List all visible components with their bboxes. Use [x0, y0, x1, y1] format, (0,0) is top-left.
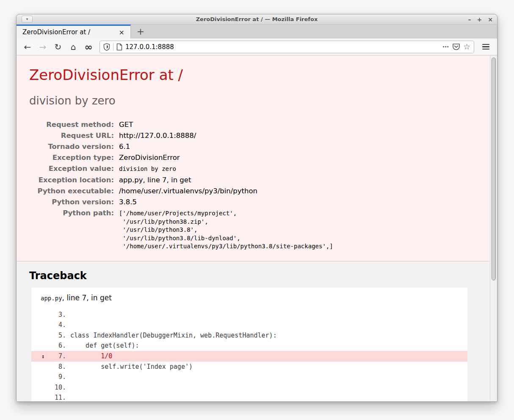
summary-row-python-executable: Python executable: /home/user/.virtualen… [29, 186, 477, 197]
desktop-background: ▾ ZeroDivisionError at / — Mozilla Firef… [0, 0, 514, 420]
page-info-icon[interactable] [116, 43, 122, 51]
bookmark-star-icon[interactable]: ☆ [463, 43, 470, 51]
source-code-context: 3. 4. 5. class IndexHand [31, 310, 467, 402]
code-line: 10. [31, 382, 467, 393]
line-number: 8. [42, 362, 66, 372]
traceback-heading: Traceback [29, 270, 477, 282]
line-number: 7. [42, 351, 66, 361]
row-label: Tornado version: [29, 143, 114, 151]
maximize-button[interactable]: + [477, 14, 482, 25]
code-line: 4. [31, 320, 467, 330]
browser-viewport: ZeroDivisionError at / division by zero … [17, 55, 497, 402]
line-code: class IndexHandler(DebuggerMixin, web.Re… [70, 330, 277, 340]
tab-zerodivisionerror[interactable]: ZeroDivisionError at / × [17, 25, 131, 38]
menu-hamburger-icon[interactable] [478, 41, 493, 53]
page-actions-icon[interactable]: ⋯ [442, 43, 449, 51]
traceback-frame: app.py, line 7, in get 3. 4. [31, 288, 467, 402]
new-tab-button[interactable]: + [131, 25, 150, 38]
row-label: Request URL: [29, 132, 114, 140]
line-number: 6. [42, 340, 66, 351]
summary-row-python-version: Python version: 3.8.5 [29, 197, 477, 208]
error-title: ZeroDivisionError at / [29, 66, 477, 83]
error-subtitle: division by zero [29, 94, 477, 107]
window-controls: – + × [468, 14, 493, 25]
url-bar[interactable]: 127.0.0.1:8888 ⋯ ☆ [99, 41, 474, 53]
window-titlebar[interactable]: ▾ ZeroDivisionError at / — Mozilla Firef… [17, 14, 497, 25]
row-value: GET [119, 121, 133, 129]
frame-file: app.py [41, 295, 62, 302]
pocket-icon[interactable] [452, 43, 460, 51]
summary-row-request-method: Request method: GET [29, 119, 477, 130]
row-value: 6.1 [119, 143, 130, 151]
line-number: 9. [42, 372, 66, 382]
scrollbar-thumb[interactable] [492, 58, 496, 280]
mask-extension-icon[interactable]: ∞ [82, 41, 95, 53]
firefox-window: ▾ ZeroDivisionError at / — Mozilla Firef… [16, 14, 497, 402]
row-value: app.py, line 7, in get [119, 176, 191, 184]
tab-title: ZeroDivisionError at / [22, 28, 117, 36]
code-line: 6. def get(self): [31, 340, 467, 351]
row-label: Python version: [29, 198, 114, 206]
code-line-highlighted[interactable]: ↕ 7. 1/0 [31, 351, 467, 362]
summary-row-python-path: Python path: ['/home/user/Projects/mypro… [29, 208, 477, 253]
line-number: 3. [42, 310, 66, 320]
vertical-scrollbar[interactable] [490, 55, 497, 402]
row-value: http://127.0.0.1:8888/ [119, 132, 196, 140]
error-page: ZeroDivisionError at / division by zero … [17, 55, 490, 402]
tab-close-icon[interactable]: × [117, 28, 126, 36]
shield-icon[interactable] [103, 43, 110, 51]
traceback-section: Traceback app.py, line 7, in get 3. [17, 261, 490, 402]
summary-row-tornado-version: Tornado version: 6.1 [29, 141, 477, 152]
line-number: 10. [42, 382, 66, 393]
code-line: 9. [31, 372, 467, 382]
row-label: Request method: [29, 121, 114, 129]
line-number: 5. [42, 330, 66, 340]
line-code: 1/0 [70, 351, 112, 361]
line-code: self.write('Index page') [70, 362, 193, 372]
row-label: Exception value: [29, 165, 114, 173]
summary-row-exception-type: Exception type: ZeroDivisionError [29, 152, 477, 163]
row-label: Exception location: [29, 176, 114, 184]
minimize-button[interactable]: – [468, 14, 471, 25]
row-label: Python path: [29, 209, 114, 217]
row-value: 3.8.5 [119, 198, 137, 206]
line-number: 11. [42, 393, 66, 402]
navigation-toolbar: ← → ↻ ⌂ ∞ 127.0.0.1 [17, 38, 497, 55]
close-button[interactable]: × [488, 14, 493, 25]
reload-icon[interactable]: ↻ [51, 41, 65, 53]
forward-icon[interactable]: → [36, 41, 50, 53]
tab-bar: ZeroDivisionError at / × + [17, 25, 497, 38]
url-text[interactable]: 127.0.0.1:8888 [125, 43, 439, 51]
code-line: 5. class IndexHandler(DebuggerMixin, web… [31, 330, 467, 340]
frame-location-rest: , line 7, in get [62, 294, 112, 302]
row-label: Python executable: [29, 187, 114, 195]
summary-row-request-url: Request URL: http://127.0.0.1:8888/ [29, 130, 477, 141]
line-number: 4. [42, 320, 66, 330]
summary-row-exception-location: Exception location: app.py, line 7, in g… [29, 175, 477, 186]
expand-context-icon[interactable]: ↕ [31, 351, 42, 362]
summary-row-exception-value: Exception value: division by zero [29, 163, 477, 175]
frame-location: app.py, line 7, in get [31, 294, 467, 306]
code-line: 3. [31, 310, 467, 320]
row-value: /home/user/.virtualenvs/py3/bin/python [119, 187, 257, 195]
row-value: ['/home/user/Projects/myproject', '/usr/… [119, 209, 333, 251]
window-menu-button[interactable]: ▾ [22, 16, 33, 23]
line-code: def get(self): [70, 340, 139, 351]
row-value: ZeroDivisionError [119, 154, 180, 162]
code-line: 8. self.write('Index page') [31, 362, 467, 372]
window-title: ZeroDivisionError at / — Mozilla Firefox [196, 16, 318, 22]
row-label: Exception type: [29, 154, 114, 162]
error-summary-section: ZeroDivisionError at / division by zero … [17, 55, 490, 261]
urlbar-separator [113, 43, 113, 51]
back-icon[interactable]: ← [21, 41, 34, 53]
home-icon[interactable]: ⌂ [66, 41, 80, 53]
code-line: 11. [31, 393, 467, 402]
row-value: division by zero [119, 165, 176, 173]
